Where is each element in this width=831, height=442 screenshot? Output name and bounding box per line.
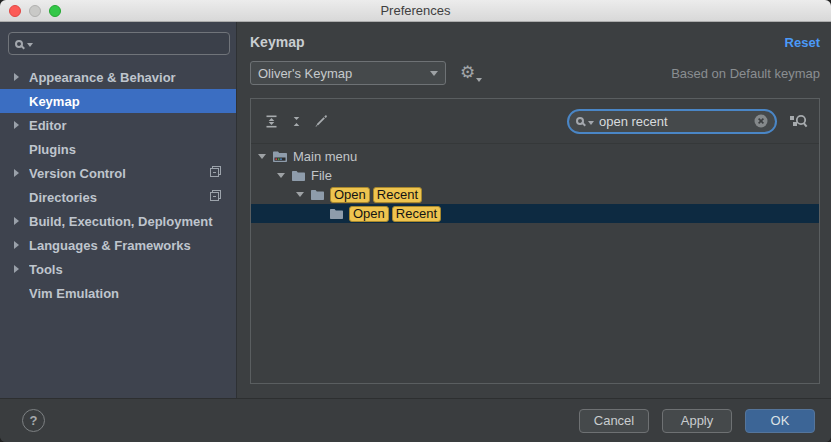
- match-highlight: Open: [349, 206, 389, 222]
- settings-sidebar: Appearance & Behavior Keymap Editor Plug…: [0, 22, 237, 398]
- sidebar-item-plugins[interactable]: Plugins: [0, 137, 236, 161]
- find-by-shortcut-button[interactable]: [786, 110, 810, 132]
- help-button[interactable]: ?: [22, 409, 45, 432]
- sidebar-item-languages-frameworks[interactable]: Languages & Frameworks: [0, 233, 236, 257]
- expand-all-icon: [265, 115, 278, 128]
- find-by-shortcut-icon: [789, 113, 808, 130]
- apply-button[interactable]: Apply: [662, 409, 732, 433]
- tree-row-open-recent-parent[interactable]: Open Recent: [251, 185, 819, 204]
- keymap-toolbar: [251, 99, 819, 144]
- keymap-settings-button[interactable]: [460, 63, 480, 83]
- expand-arrow-icon: [14, 241, 19, 249]
- expand-arrow-icon: [14, 265, 19, 273]
- project-level-icon: [209, 189, 222, 205]
- collapse-arrow-icon[interactable]: [258, 154, 266, 159]
- project-level-icon: [209, 165, 222, 181]
- clear-search-icon[interactable]: [754, 114, 768, 128]
- edit-shortcut-button[interactable]: [310, 110, 332, 132]
- settings-nav: Appearance & Behavior Keymap Editor Plug…: [0, 65, 236, 305]
- expand-arrow-icon: [14, 217, 19, 225]
- titlebar: Preferences: [0, 0, 831, 22]
- match-highlight: Open: [330, 187, 370, 203]
- collapse-arrow-icon[interactable]: [296, 192, 304, 197]
- expand-arrow-icon: [14, 73, 19, 81]
- expand-all-button[interactable]: [260, 110, 282, 132]
- keymap-page: Keymap Reset Oliver's Keymap Based on De…: [237, 22, 831, 398]
- tree-row-main-menu[interactable]: Main menu: [251, 147, 819, 166]
- search-options-chevron-icon[interactable]: [588, 121, 594, 125]
- search-icon[interactable]: [15, 40, 23, 48]
- action-search-input[interactable]: [599, 114, 754, 129]
- match-highlight: Recent: [373, 187, 422, 203]
- settings-search-box: [8, 32, 230, 55]
- tree-row-open-recent-selected[interactable]: Open Recent: [251, 204, 819, 223]
- expand-arrow-icon: [14, 121, 19, 129]
- expand-arrow-icon: [14, 169, 19, 177]
- chevron-down-icon: [476, 78, 482, 82]
- preferences-window: Preferences Appearance & Behavior Keymap: [0, 0, 831, 442]
- cancel-button[interactable]: Cancel: [579, 409, 649, 433]
- action-search-box: [567, 109, 777, 134]
- sidebar-item-keymap[interactable]: Keymap: [0, 89, 236, 113]
- page-title: Keymap: [250, 34, 304, 50]
- tree-row-label: Main menu: [293, 149, 357, 164]
- tree-row-label: File: [311, 168, 332, 183]
- pencil-icon: [314, 114, 328, 128]
- folder-icon: [291, 170, 306, 182]
- match-highlight: Recent: [392, 206, 441, 222]
- traffic-lights: [9, 5, 61, 17]
- sidebar-item-vim-emulation[interactable]: Vim Emulation: [0, 281, 236, 305]
- collapse-all-button[interactable]: [285, 110, 307, 132]
- main-menu-icon: [272, 150, 288, 163]
- dialog-footer: ? Cancel Apply OK: [0, 398, 831, 442]
- settings-search-input[interactable]: [39, 36, 223, 51]
- sidebar-item-editor[interactable]: Editor: [0, 113, 236, 137]
- based-on-label: Based on Default keymap: [671, 66, 820, 81]
- sidebar-item-appearance-behavior[interactable]: Appearance & Behavior: [0, 65, 236, 89]
- keymap-select[interactable]: Oliver's Keymap: [250, 61, 446, 85]
- sidebar-item-tools[interactable]: Tools: [0, 257, 236, 281]
- reset-link[interactable]: Reset: [785, 35, 820, 50]
- zoom-button-icon[interactable]: [49, 5, 61, 17]
- sidebar-item-version-control[interactable]: Version Control: [0, 161, 236, 185]
- gear-icon: [460, 64, 475, 81]
- collapse-arrow-icon[interactable]: [277, 173, 285, 178]
- tree-row-file[interactable]: File: [251, 166, 819, 185]
- ok-button[interactable]: OK: [745, 409, 815, 433]
- keymap-actions-panel: Main menu File: [250, 98, 820, 384]
- sidebar-item-directories[interactable]: Directories: [0, 185, 236, 209]
- sidebar-item-build-execution-deployment[interactable]: Build, Execution, Deployment: [0, 209, 236, 233]
- search-icon[interactable]: [576, 117, 584, 125]
- close-button-icon[interactable]: [9, 5, 21, 17]
- window-title: Preferences: [380, 3, 450, 18]
- actions-tree: Main menu File: [251, 144, 819, 383]
- chevron-down-icon: [430, 71, 438, 76]
- collapse-all-icon: [290, 115, 303, 128]
- folder-icon: [329, 208, 344, 220]
- keymap-select-value: Oliver's Keymap: [258, 66, 430, 81]
- folder-icon: [310, 189, 325, 201]
- search-options-chevron-icon[interactable]: [27, 43, 33, 47]
- minimize-button-icon[interactable]: [29, 5, 41, 17]
